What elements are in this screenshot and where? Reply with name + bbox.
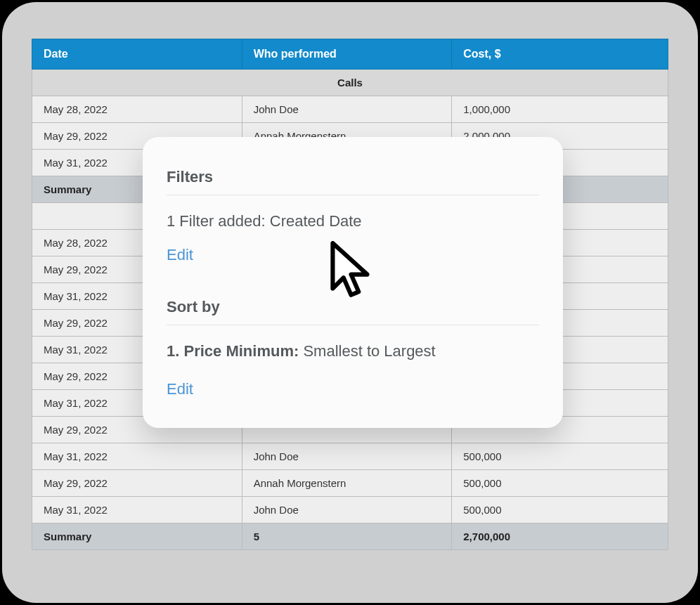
- table-row: May 29, 2022Annah Morgenstern500,000: [32, 470, 668, 497]
- section-label: Calls: [32, 70, 668, 96]
- summary-row: Summary 5 2,700,000: [32, 523, 668, 550]
- cursor-icon: [328, 241, 372, 301]
- cell-who: John Doe: [242, 443, 452, 470]
- header-cost: Cost, $: [452, 39, 668, 70]
- app-frame: Date Who performed Cost, $ Calls May 28,…: [2, 2, 698, 603]
- sort-rule-label: 1. Price Minimum:: [167, 342, 299, 360]
- cell-who: John Doe: [242, 96, 452, 123]
- cell-who: John Doe: [242, 497, 452, 523]
- section-row: Calls: [32, 70, 668, 96]
- table-row: May 31, 2022John Doe500,000: [32, 443, 668, 470]
- filters-summary: 1 Filter added: Created Date: [167, 212, 539, 230]
- header-date: Date: [32, 39, 242, 70]
- cell-cost: 500,000: [452, 497, 668, 523]
- summary-count: 5: [242, 523, 452, 550]
- table-row: May 31, 2022John Doe500,000: [32, 497, 668, 523]
- table-header-row: Date Who performed Cost, $: [32, 39, 668, 70]
- filters-heading: Filters: [167, 168, 539, 195]
- sort-rule: 1. Price Minimum: Smallest to Largest: [167, 342, 539, 360]
- cell-date: May 31, 2022: [32, 443, 242, 470]
- edit-sort-link[interactable]: Edit: [167, 380, 193, 398]
- cell-who: Annah Morgenstern: [242, 470, 452, 497]
- summary-total: 2,700,000: [452, 523, 668, 550]
- sort-heading: Sort by: [167, 298, 539, 325]
- header-who: Who performed: [242, 39, 452, 70]
- table-row: May 28, 2022 John Doe 1,000,000: [32, 96, 668, 123]
- cell-date: May 28, 2022: [32, 96, 242, 123]
- cell-date: May 29, 2022: [32, 470, 242, 497]
- cell-cost: 500,000: [452, 443, 668, 470]
- edit-filters-link[interactable]: Edit: [167, 246, 193, 264]
- sort-rule-order: Smallest to Largest: [303, 342, 435, 360]
- summary-label: Summary: [32, 523, 242, 550]
- cell-date: May 31, 2022: [32, 497, 242, 523]
- cell-cost: 1,000,000: [452, 96, 668, 123]
- cell-cost: 500,000: [452, 470, 668, 497]
- filters-popover: Filters 1 Filter added: Created Date Edi…: [143, 137, 563, 428]
